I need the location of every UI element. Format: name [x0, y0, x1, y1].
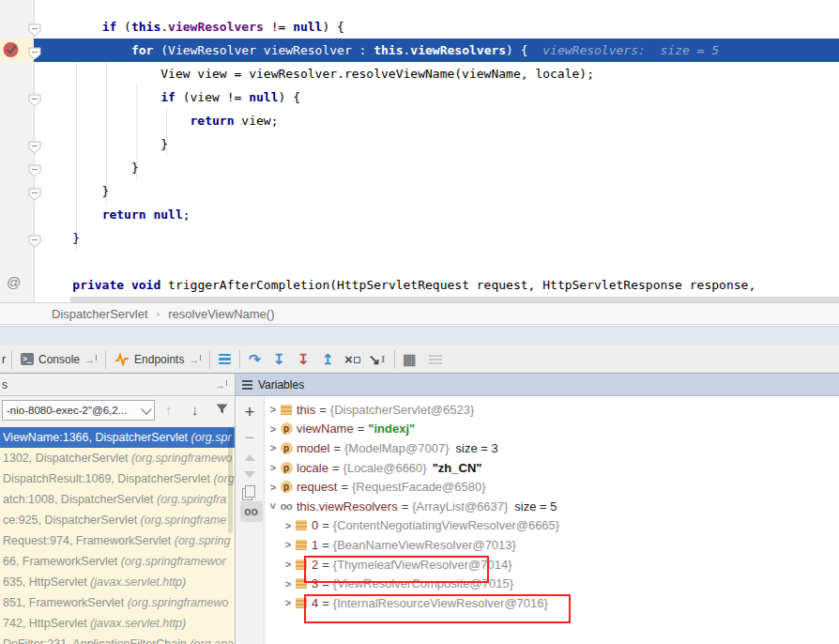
fold-marker-icon[interactable]	[28, 23, 41, 37]
force-step-into-icon[interactable]: ↧	[291, 345, 315, 373]
code-segment: .	[160, 20, 168, 34]
chevron-right-icon[interactable]: >	[282, 559, 295, 570]
code-segment: this	[131, 20, 160, 34]
variable-value: {ModelMap@7007}	[344, 441, 450, 455]
frame-row[interactable]: 66, FrameworkServlet (org.springframewor	[0, 551, 235, 572]
frame-row[interactable]: DispatchResult:1069, DispatcherServlet (…	[0, 468, 235, 489]
watch-icon: oo	[280, 500, 293, 513]
chevron-right-icon[interactable]: >	[267, 462, 280, 473]
pin-arrow-icon[interactable]: →	[215, 379, 227, 391]
run-to-cursor-icon[interactable]: ↘I	[364, 345, 389, 373]
show-watches-button[interactable]: oo	[236, 501, 264, 522]
step-into-icon[interactable]: ↧	[267, 345, 291, 373]
chevron-right-icon[interactable]: >	[267, 404, 280, 415]
fold-marker-icon[interactable]	[28, 235, 41, 248]
breadcrumb-class[interactable]: DispatcherServlet	[52, 307, 148, 321]
variable-row[interactable]: >0={ContentNegotiatingViewResolver@6665}	[265, 516, 839, 536]
frames-list: ViewName:1366, DispatcherServlet (org.sp…	[0, 427, 235, 644]
step-over-icon[interactable]: ↷	[242, 345, 267, 373]
tab-console[interactable]: >_ Console →	[14, 345, 103, 373]
frames-scrollbar[interactable]	[228, 428, 233, 533]
variable-row[interactable]: >3={ViewResolverComposite@7015}	[265, 574, 839, 593]
variable-row[interactable]: >plocale={Locale@6660}"zh_CN"	[265, 458, 839, 478]
variable-row[interactable]: >pviewName="indexj"	[265, 420, 839, 439]
variable-row[interactable]: >2={ThymeleafViewResolver@7014}	[265, 555, 839, 575]
variables-header-label: Variables	[258, 378, 304, 391]
frame-package: (org.spr	[191, 431, 232, 444]
variable-row[interactable]: >prequest={RequestFacade@6580}	[265, 477, 839, 497]
code-segment: }	[43, 231, 80, 245]
frame-row[interactable]: 635, HttpServlet (javax.servlet.http)	[0, 572, 235, 592]
chevron-right-icon[interactable]: >	[267, 423, 280, 435]
frame-row[interactable]: 1302, DispatcherServlet (org.springframe…	[0, 448, 235, 468]
variable-row[interactable]: >1={BeanNameViewResolver@7013}	[265, 535, 839, 555]
frame-package: (javax.servlet.http)	[90, 575, 186, 589]
frame-row[interactable]: ViewName:1366, DispatcherServlet (org.sp…	[0, 427, 235, 448]
variables-menu-icon[interactable]	[242, 380, 252, 390]
step-out-icon[interactable]: ↥	[315, 345, 340, 373]
inline-debugger-hint: viewResolvers: size = 5	[542, 43, 719, 57]
watches-toolbar: +−oo	[236, 396, 264, 644]
variable-row[interactable]: >this={DispatcherServlet@6523}	[265, 400, 839, 420]
threads-view-icon[interactable]	[212, 354, 237, 365]
layout-settings-icon[interactable]	[421, 355, 450, 364]
code-segment: return	[191, 114, 235, 128]
frame-row[interactable]: 851, FrameworkServlet (org.springframewo	[0, 592, 235, 613]
frame-location: DoFilter:231, ApplicationFilterChain	[3, 637, 190, 644]
tab-endpoints[interactable]: Endpoints →	[108, 345, 207, 373]
chevron-down-icon[interactable]: >	[267, 499, 279, 513]
tab-console-label: Console	[38, 353, 80, 366]
frame-row[interactable]: ce:925, DispatcherServlet (org.springfra…	[0, 510, 235, 530]
evaluate-expression-icon[interactable]: ▦	[397, 345, 421, 373]
variable-row[interactable]: >pmodel={ModelMap@7007}size = 3	[265, 438, 839, 458]
value-bars-icon	[281, 405, 292, 415]
frame-package: (org.springframewor	[121, 555, 226, 568]
frame-location: Request:974, FrameworkServlet	[3, 534, 175, 547]
code-line: View view = viewResolver.resolveViewName…	[34, 62, 839, 85]
duplicate-watch-button[interactable]	[236, 481, 264, 501]
code-segment: }	[43, 161, 139, 175]
chevron-right-icon[interactable]: >	[282, 520, 295, 531]
frame-row[interactable]: atch:1008, DispatcherServlet (org.spring…	[0, 489, 235, 510]
code-segment: View view = viewResolver.resolveViewName…	[43, 67, 594, 81]
chevron-right-icon[interactable]: >	[282, 578, 295, 590]
frame-row[interactable]: 742, HttpServlet (javax.servlet.http)	[0, 613, 235, 634]
thread-dropdown[interactable]: -nio-8080-exec-2"@6,2...	[2, 400, 155, 421]
chevron-right-icon[interactable]: >	[282, 597, 295, 608]
panel-divider[interactable]	[235, 374, 236, 644]
filter-funnel-icon[interactable]	[215, 402, 229, 419]
fold-marker-icon[interactable]	[28, 94, 41, 107]
frame-up-icon[interactable]: ↑	[165, 402, 173, 418]
frame-down-icon[interactable]: ↓	[191, 402, 199, 418]
parameter-p-icon: p	[281, 481, 293, 493]
equals-sign: =	[332, 461, 340, 475]
code-segment: }	[43, 184, 109, 198]
frame-row[interactable]: Request:974, FrameworkServlet (org.sprin…	[0, 530, 235, 551]
glasses-icon: oo	[240, 501, 263, 522]
breadcrumb-method[interactable]: resolveViewName()	[168, 307, 274, 321]
drop-frame-icon[interactable]: ×	[340, 345, 364, 373]
fold-marker-icon[interactable]	[28, 47, 41, 60]
variable-name: request	[297, 480, 337, 494]
param-icon: p	[280, 462, 293, 474]
variable-size: size = 5	[514, 499, 557, 514]
variable-row[interactable]: >oothis.viewResolvers={ArrayList@6637}si…	[265, 497, 839, 516]
fold-marker-icon[interactable]	[28, 164, 41, 177]
value-icon	[295, 519, 308, 531]
fold-marker-icon[interactable]	[28, 188, 41, 201]
variable-row[interactable]: >4={InternalResourceViewResolver@7016}	[265, 593, 839, 613]
breakpoint-icon[interactable]	[3, 41, 20, 58]
chevron-right-icon[interactable]: >	[282, 539, 295, 550]
debugger-tab-clipped[interactable]: r	[0, 353, 9, 366]
frame-package: (org.spring	[175, 534, 231, 547]
code-editor: if (this.viewResolvers != null) { for (V…	[0, 0, 839, 302]
add-watch-button[interactable]: +	[236, 402, 264, 422]
chevron-right-icon[interactable]: >	[267, 482, 280, 493]
fold-marker-icon[interactable]	[28, 141, 41, 154]
parameter-p-icon: p	[281, 422, 293, 435]
triangle-up-icon	[244, 454, 255, 461]
chevron-right-icon[interactable]: >	[267, 442, 280, 453]
remove-watch-button[interactable]: −	[236, 428, 264, 449]
value-bars-icon	[296, 560, 307, 570]
frame-row[interactable]: DoFilter:231, ApplicationFilterChain (or…	[0, 634, 235, 644]
